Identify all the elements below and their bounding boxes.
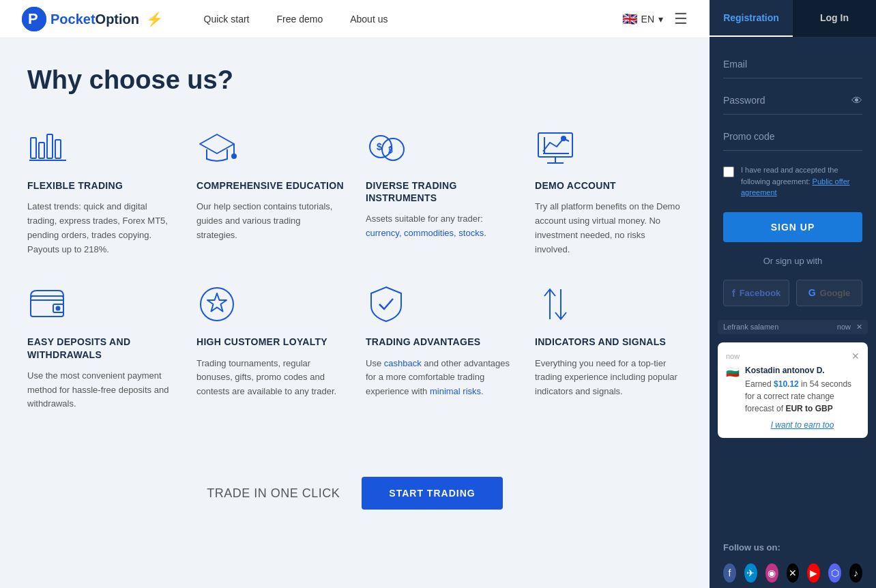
features-grid: FLEXIBLE TRADING Latest trends: quick an… <box>27 128 682 411</box>
start-trading-button[interactable]: START TRADING <box>362 477 502 510</box>
shield-check-icon <box>366 284 407 325</box>
notif-earn-link[interactable]: I want to earn too <box>745 420 860 430</box>
language-code: EN <box>641 14 654 25</box>
prev-notif-1-close[interactable]: ✕ <box>856 323 862 332</box>
graduation-icon <box>196 128 237 168</box>
svg-rect-2 <box>31 138 36 158</box>
notif-earn-text: Earned $10.12 in 54 seconds for a correc… <box>745 378 860 415</box>
nav-right: 🇬🇧 EN ▾ ☰ <box>622 10 688 28</box>
svg-rect-5 <box>55 140 61 158</box>
diverse-trading-desc: Assets suitable for any trader: currency… <box>366 212 513 241</box>
feature-easy-deposits: EASY DEPOSITS AND WITHDRAWALS Use the mo… <box>27 284 175 411</box>
high-loyalty-desc: Trading tournaments, regular bonuses, gi… <box>196 357 344 399</box>
svg-text:P: P <box>28 10 38 27</box>
prev-notif-1-name: Lefrank salamen <box>723 323 778 331</box>
indicators-signals-desc: Everything you need for a top-tier tradi… <box>535 357 682 399</box>
facebook-social-icon[interactable]: f <box>723 563 736 583</box>
education-desc: Our help section contains tutorials, gui… <box>196 200 344 242</box>
sidebar-tabs: Registration Log In <box>710 0 876 37</box>
wallet-icon <box>27 284 68 325</box>
nav-quick-start[interactable]: Quick start <box>204 14 250 25</box>
notification-box: now ✕ 🇧🇬 Kostadin antonov D. Earned $10.… <box>718 342 868 438</box>
facebook-icon: f <box>732 287 735 299</box>
notification-close[interactable]: ✕ <box>851 351 860 362</box>
promo-input[interactable] <box>723 128 862 145</box>
or-signup-text: Or sign up with <box>723 256 862 266</box>
instagram-social-icon[interactable]: ◉ <box>765 563 778 583</box>
cta-section: TRADE IN ONE CLICK START TRADING <box>27 455 682 510</box>
flexible-trading-title: FLEXIBLE TRADING <box>27 179 175 192</box>
email-input[interactable] <box>723 56 862 72</box>
svg-point-12 <box>382 138 404 160</box>
trading-advantages-title: TRADING ADVANTAGES <box>366 336 513 348</box>
logo-icon: P <box>22 7 46 31</box>
section-title: Why choose us? <box>27 65 682 95</box>
svg-point-9 <box>232 154 236 158</box>
education-title: COMPREHENSIVE EDUCATION <box>196 179 344 192</box>
hamburger-menu[interactable]: ☰ <box>674 10 688 28</box>
feature-indicators-signals: INDICATORS AND SIGNALS Everything you ne… <box>535 284 682 411</box>
feature-comprehensive-education: COMPREHENSIVE EDUCATION Our help section… <box>196 128 344 256</box>
notif-flag-icon: 🇧🇬 <box>726 366 740 379</box>
star-badge-icon <box>196 284 237 325</box>
facebook-signup-button[interactable]: f Facebook <box>723 280 789 306</box>
agreement-checkbox[interactable] <box>723 166 734 177</box>
demo-account-title: DEMO ACCOUNT <box>535 179 682 192</box>
nav-free-demo[interactable]: Free demo <box>276 14 323 25</box>
agreement-label: I have read and accepted the following a… <box>741 164 862 199</box>
feature-flexible-trading: FLEXIBLE TRADING Latest trends: quick an… <box>27 128 175 256</box>
prev-notif-1-time: now <box>837 323 851 331</box>
flag-icon: 🇬🇧 <box>622 12 637 27</box>
page-body: Why choose us? FLEXIBLE TRADING Latest t… <box>0 38 710 588</box>
feature-demo-account: DEMO ACCOUNT Try all platform benefits o… <box>535 128 682 256</box>
tab-login[interactable]: Log In <box>793 0 876 37</box>
discord-social-icon[interactable]: ⬡ <box>828 563 841 583</box>
arrows-updown-icon <box>535 284 576 325</box>
registration-form: 👁 I have read and accepted the following… <box>710 37 876 320</box>
easy-deposits-title: EASY DEPOSITS AND WITHDRAWALS <box>27 336 175 360</box>
password-input[interactable] <box>723 92 862 108</box>
easy-deposits-desc: Use the most convenient payment method f… <box>27 369 175 411</box>
notif-amount: $10.12 <box>774 379 799 389</box>
feature-diverse-trading: $ ₿ DIVERSE TRADING INSTRUMENTS Assets s… <box>366 128 513 256</box>
x-social-icon[interactable]: ✕ <box>787 563 800 583</box>
svg-point-23 <box>57 307 60 310</box>
email-field <box>723 56 862 78</box>
youtube-social-icon[interactable]: ▶ <box>807 563 820 583</box>
diverse-trading-title: DIVERSE TRADING INSTRUMENTS <box>366 179 513 204</box>
svg-rect-4 <box>47 134 53 158</box>
cta-label: TRADE IN ONE CLICK <box>207 486 340 501</box>
svg-marker-25 <box>207 293 227 312</box>
notif-pair: EUR to GBP <box>785 404 832 413</box>
language-selector[interactable]: 🇬🇧 EN ▾ <box>622 12 663 27</box>
header: P PocketOption ⚡ Quick start Free demo A… <box>0 0 710 38</box>
tiktok-social-icon[interactable]: ♪ <box>849 563 862 583</box>
demo-account-desc: Try all platform benefits on the Demo ac… <box>535 200 682 256</box>
notif-username: Kostadin antonov D. <box>745 366 860 375</box>
google-signup-button[interactable]: G Google <box>796 280 862 306</box>
social-signup-buttons: f Facebook G Google <box>723 280 862 306</box>
feature-high-loyalty: HIGH CUSTOMER LOYALTY Trading tournament… <box>196 284 344 411</box>
tab-registration[interactable]: Registration <box>710 0 793 37</box>
previous-notifications: Lefrank salamen now ✕ <box>710 320 876 334</box>
signup-button[interactable]: SIGN UP <box>723 212 862 242</box>
coins-icon: $ ₿ <box>366 128 407 168</box>
toggle-password-icon[interactable]: 👁 <box>851 95 862 107</box>
chart-icon <box>27 128 68 168</box>
nav-about-us[interactable]: About us <box>350 14 388 25</box>
sidebar: Registration Log In 👁 I have read and ac… <box>710 0 876 588</box>
promo-field <box>723 128 862 151</box>
monitor-chart-icon <box>535 128 576 168</box>
svg-text:$: $ <box>377 141 382 152</box>
indicators-signals-title: INDICATORS AND SIGNALS <box>535 336 682 348</box>
password-field: 👁 <box>723 92 862 115</box>
feature-trading-advantages: TRADING ADVANTAGES Use cashback and othe… <box>366 284 513 411</box>
logo[interactable]: P PocketOption ⚡ <box>22 7 163 31</box>
svg-rect-3 <box>39 143 44 158</box>
social-icons-row: f ✈ ◉ ✕ ▶ ⬡ ♪ <box>710 558 876 588</box>
high-loyalty-title: HIGH CUSTOMER LOYALTY <box>196 336 344 348</box>
chevron-down-icon: ▾ <box>658 14 663 25</box>
telegram-social-icon[interactable]: ✈ <box>744 563 757 583</box>
flexible-trading-desc: Latest trends: quick and digital trading… <box>27 200 175 256</box>
follow-us-label: Follow us on: <box>710 531 876 558</box>
